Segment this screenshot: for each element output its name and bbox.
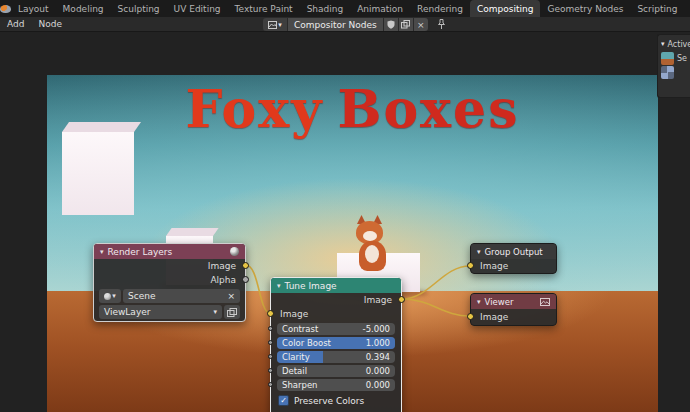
browse-scene-button[interactable]: ▾ bbox=[99, 289, 121, 303]
tab-geometry-nodes[interactable]: Geometry Nodes bbox=[540, 0, 630, 17]
compositor-header: Add Node ▾ Compositor Nodes bbox=[0, 17, 690, 32]
chevron-down-icon: ▾ bbox=[213, 308, 217, 316]
param-label: Contrast bbox=[282, 324, 318, 334]
scene-field[interactable]: Scene × bbox=[123, 289, 240, 303]
white-cube-large-top bbox=[62, 122, 141, 132]
socket-contrast-input[interactable] bbox=[268, 326, 273, 331]
output-row-image: Image bbox=[271, 293, 401, 307]
tab-sculpting[interactable]: Sculpting bbox=[111, 0, 167, 17]
param-detail[interactable]: Detail 0.000 bbox=[277, 365, 395, 377]
node-tree-icon bbox=[268, 21, 277, 29]
socket-detail-input[interactable] bbox=[268, 368, 273, 373]
add-menu[interactable]: Add bbox=[0, 19, 31, 29]
node-title: Render Layers bbox=[108, 247, 173, 257]
blender-menu-button[interactable] bbox=[0, 0, 11, 17]
input-label: Image bbox=[480, 261, 508, 271]
blender-logo-icon bbox=[0, 5, 11, 13]
unlink-node-tree-button[interactable]: × bbox=[414, 18, 428, 31]
node-title: Viewer bbox=[485, 297, 514, 307]
socket-alpha-output[interactable] bbox=[242, 276, 249, 283]
duplicate-icon bbox=[401, 20, 410, 29]
tab-scripting[interactable]: Scripting bbox=[630, 0, 684, 17]
node-viewer[interactable]: ▾ Viewer Image bbox=[470, 293, 557, 326]
node-tree-selector: ▾ Compositor Nodes × bbox=[263, 18, 446, 31]
param-clarity[interactable]: Clarity 0.394 bbox=[277, 351, 395, 363]
node-menu[interactable]: Node bbox=[31, 19, 69, 29]
tab-compositing[interactable]: Compositing bbox=[470, 0, 540, 17]
tab-rendering[interactable]: Rendering bbox=[410, 0, 470, 17]
output-row-image: Image bbox=[94, 259, 245, 273]
param-label: Detail bbox=[282, 366, 307, 376]
render-thumbnail-icon bbox=[661, 52, 674, 65]
tab-modeling[interactable]: Modeling bbox=[56, 0, 111, 17]
node-title: Tune Image bbox=[285, 281, 337, 291]
output-label: Alpha bbox=[210, 275, 236, 285]
tab-shading[interactable]: Shading bbox=[300, 0, 351, 17]
view-layer-dropdown[interactable]: ViewLayer ▾ bbox=[99, 305, 222, 319]
preserve-colors-checkbox[interactable]: ✓ bbox=[278, 395, 289, 406]
output-label: Image bbox=[208, 261, 236, 271]
new-node-tree-button[interactable] bbox=[399, 18, 413, 31]
pin-button[interactable] bbox=[437, 19, 446, 30]
socket-image-output[interactable] bbox=[398, 296, 405, 303]
param-value: -5.000 bbox=[363, 324, 390, 334]
white-cube-large bbox=[62, 132, 134, 215]
input-row-image: Image bbox=[471, 259, 556, 273]
input-label: Image bbox=[480, 312, 508, 322]
add-workspace-button[interactable]: + bbox=[684, 0, 690, 17]
node-viewer-header[interactable]: ▾ Viewer bbox=[471, 294, 556, 309]
panel-item-thumbnail[interactable]: Se bbox=[661, 51, 690, 65]
fake-user-button[interactable] bbox=[384, 18, 398, 31]
param-value: 0.000 bbox=[366, 366, 390, 376]
socket-color-boost-input[interactable] bbox=[268, 340, 273, 345]
fox-muzzle bbox=[363, 231, 377, 241]
blender-window: Layout Modeling Sculpting UV Editing Tex… bbox=[0, 0, 690, 412]
param-contrast[interactable]: Contrast -5.000 bbox=[277, 323, 395, 335]
checkbox-label: Preserve Colors bbox=[294, 396, 364, 406]
node-group-output[interactable]: ▾ Group Output Image bbox=[470, 243, 557, 274]
node-editor-canvas[interactable]: FoxyBoxes ▾ Render Layers bbox=[0, 32, 690, 412]
param-label: Sharpen bbox=[282, 380, 318, 390]
socket-image-output[interactable] bbox=[242, 262, 249, 269]
node-title: Group Output bbox=[485, 247, 543, 257]
panel-item-checker[interactable] bbox=[661, 65, 690, 79]
node-group-output-header[interactable]: ▾ Group Output bbox=[471, 244, 556, 259]
socket-sharpen-input[interactable] bbox=[268, 382, 273, 387]
panel-title: Active bbox=[668, 40, 690, 49]
view-layer-name: ViewLayer bbox=[104, 307, 150, 317]
render-image-icon bbox=[227, 308, 237, 317]
clear-scene-icon[interactable]: × bbox=[227, 291, 235, 301]
param-label: Clarity bbox=[282, 352, 310, 362]
socket-image-input[interactable] bbox=[467, 262, 474, 269]
socket-image-input[interactable] bbox=[267, 310, 274, 317]
tab-uv-editing[interactable]: UV Editing bbox=[167, 0, 228, 17]
check-icon: ✓ bbox=[280, 396, 287, 405]
collapse-icon[interactable]: ▾ bbox=[477, 298, 481, 306]
tab-animation[interactable]: Animation bbox=[350, 0, 410, 17]
shield-icon bbox=[387, 20, 395, 29]
node-render-layers[interactable]: ▾ Render Layers Image Alpha ▾ Scene bbox=[93, 243, 246, 322]
collapse-icon[interactable]: ▾ bbox=[100, 248, 104, 256]
node-render-layers-header[interactable]: ▾ Render Layers bbox=[94, 244, 245, 259]
tab-texture-paint[interactable]: Texture Paint bbox=[228, 0, 300, 17]
collapse-icon[interactable]: ▾ bbox=[277, 282, 281, 290]
node-tune-image-header[interactable]: ▾ Tune Image bbox=[271, 278, 401, 293]
input-row-image: Image bbox=[271, 307, 401, 321]
render-title-word2: Boxes bbox=[337, 78, 519, 139]
param-color-boost[interactable]: Color Boost 1.000 bbox=[277, 337, 395, 349]
socket-image-input[interactable] bbox=[467, 313, 474, 320]
node-tree-name-field[interactable]: Compositor Nodes bbox=[288, 18, 383, 31]
viewer-image-icon bbox=[540, 298, 550, 306]
collapse-icon[interactable]: ▾ bbox=[477, 248, 481, 256]
render-single-layer-button[interactable] bbox=[224, 305, 240, 319]
node-tune-image[interactable]: ▾ Tune Image Image Image Contrast -5.000 bbox=[270, 277, 402, 412]
sidebar-active-panel[interactable]: ▾ Active Se bbox=[657, 34, 690, 98]
param-value: 1.000 bbox=[366, 338, 390, 348]
output-label: Image bbox=[364, 295, 392, 305]
browse-node-tree-button[interactable]: ▾ bbox=[263, 18, 287, 31]
panel-header-active[interactable]: ▾ Active bbox=[661, 37, 690, 51]
tab-layout[interactable]: Layout bbox=[11, 0, 56, 17]
param-sharpen[interactable]: Sharpen 0.000 bbox=[277, 379, 395, 391]
checker-grid-icon bbox=[661, 66, 674, 79]
socket-clarity-input[interactable] bbox=[268, 354, 273, 359]
